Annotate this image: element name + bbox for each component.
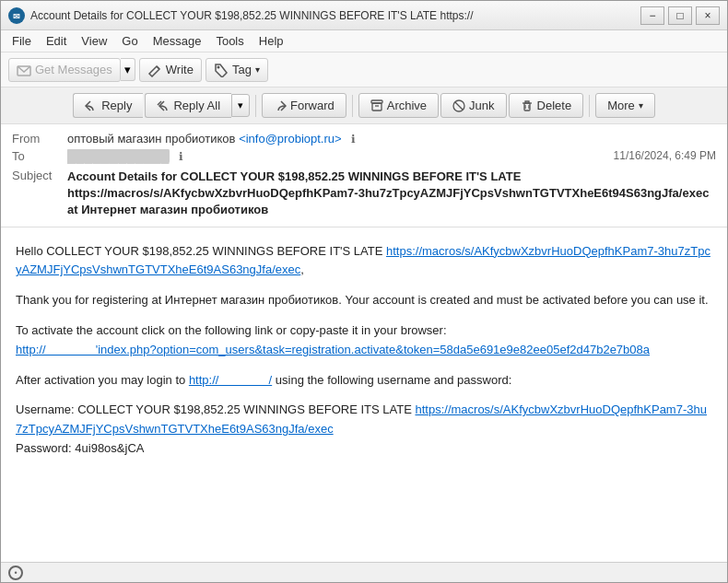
from-name: оптовый магазин пробиотиков — [67, 132, 236, 146]
menu-tools[interactable]: Tools — [208, 32, 251, 50]
svg-point-4 — [217, 65, 219, 68]
svg-rect-6 — [372, 103, 382, 111]
archive-icon — [370, 99, 383, 112]
subject-label: Subject — [12, 169, 67, 182]
greeting-text: Hello COLLECT YOUR $198,852.25 WINNINGS … — [16, 244, 386, 258]
to-value: ████████████ ℹ — [67, 149, 614, 163]
email-date: 11/16/2024, 6:49 PM — [614, 149, 716, 162]
status-icon: • — [8, 566, 23, 580]
to-redacted: ████████████ — [67, 149, 170, 163]
menu-edit[interactable]: Edit — [39, 32, 74, 50]
window-controls: − □ × — [640, 6, 720, 25]
from-label: From — [12, 132, 67, 146]
status-bar: • — [1, 562, 727, 582]
menu-message[interactable]: Message — [146, 32, 209, 50]
reply-all-icon — [157, 99, 170, 112]
write-icon — [147, 63, 162, 77]
svg-line-9 — [455, 102, 463, 110]
main-toolbar: Get Messages ▾ Write Tag ▾ — [1, 52, 727, 87]
email-window: ✉ Account Details for COLLECT YOUR $198,… — [0, 0, 728, 583]
get-messages-button[interactable]: Get Messages — [8, 58, 121, 82]
get-messages-dropdown[interactable]: ▾ — [121, 58, 135, 81]
to-info-icon: ℹ — [179, 150, 183, 163]
menu-go[interactable]: Go — [114, 32, 145, 50]
activation-link[interactable]: http:// 'index.php?option=com_users&task… — [16, 343, 650, 356]
minimize-button[interactable]: − — [640, 6, 664, 25]
close-button[interactable]: × — [696, 6, 720, 25]
toolbar-separator-3 — [589, 95, 590, 117]
more-split: More ▾ — [595, 93, 655, 118]
from-value: оптовый магазин пробиотиков <info@probio… — [67, 132, 716, 146]
app-icon: ✉ — [8, 7, 25, 24]
toolbar-separator-1 — [255, 95, 256, 117]
forward-icon — [274, 99, 287, 112]
activation-paragraph: To activate the account click on the fol… — [16, 321, 712, 360]
window-title: Account Details for COLLECT YOUR $198,85… — [30, 9, 640, 22]
email-action-toolbar: Reply Reply All ▾ Forward Archive Junk D… — [1, 87, 727, 124]
registration-paragraph: Thank you for registering at Интернет ма… — [16, 291, 712, 310]
subject-text: Account Details for COLLECT YOUR $198,85… — [67, 169, 716, 219]
more-button[interactable]: More ▾ — [595, 93, 655, 118]
svg-line-3 — [157, 66, 159, 69]
delete-button[interactable]: Delete — [509, 93, 584, 118]
toolbar-separator-2 — [352, 95, 353, 117]
from-info-icon: ℹ — [351, 133, 356, 146]
delete-icon — [521, 99, 534, 112]
tag-icon — [214, 63, 229, 77]
junk-button[interactable]: Junk — [440, 93, 506, 118]
subject-row: Subject Account Details for COLLECT YOUR… — [12, 165, 716, 221]
write-button[interactable]: Write — [139, 58, 202, 82]
credentials-paragraph: Username: COLLECT YOUR $198,852.25 WINNI… — [16, 401, 712, 458]
title-bar: ✉ Account Details for COLLECT YOUR $198,… — [1, 1, 727, 30]
email-header: From оптовый магазин пробиотиков <info@p… — [1, 124, 727, 227]
reply-all-button[interactable]: Reply All — [145, 93, 231, 118]
to-row: To ████████████ ℹ 11/16/2024, 6:49 PM — [12, 147, 716, 165]
tag-button[interactable]: Tag ▾ — [205, 58, 268, 82]
menu-view[interactable]: View — [74, 32, 114, 50]
junk-icon — [452, 99, 465, 112]
login-paragraph: After activation you may login to http:/… — [16, 371, 712, 391]
email-body: Hello COLLECT YOUR $198,852.25 WINNINGS … — [1, 227, 727, 562]
username-link[interactable]: https://macros/s/AKfycbwXzbvrHuoDQepfhKP… — [16, 402, 707, 436]
archive-button[interactable]: Archive — [358, 93, 439, 118]
maximize-button[interactable]: □ — [668, 6, 692, 25]
reply-button[interactable]: Reply — [73, 93, 143, 118]
site-link[interactable]: http:// / — [189, 373, 272, 387]
svg-text:✉: ✉ — [13, 12, 20, 21]
menu-help[interactable]: Help — [252, 32, 291, 50]
from-email: <info@probiopt.ru> — [239, 132, 342, 146]
reply-all-dropdown[interactable]: ▾ — [231, 94, 250, 117]
menu-file[interactable]: File — [5, 32, 39, 50]
menu-bar: File Edit View Go Message Tools Help — [1, 30, 727, 52]
from-row: From оптовый магазин пробиотиков <info@p… — [12, 130, 716, 147]
greeting-paragraph: Hello COLLECT YOUR $198,852.25 WINNINGS … — [16, 242, 712, 281]
reply-split: Reply — [73, 93, 143, 118]
reply-icon — [85, 99, 98, 112]
reply-all-split: Reply All ▾ — [145, 93, 250, 118]
forward-button[interactable]: Forward — [262, 93, 346, 118]
to-label: To — [12, 149, 67, 163]
get-messages-icon — [17, 63, 31, 77]
